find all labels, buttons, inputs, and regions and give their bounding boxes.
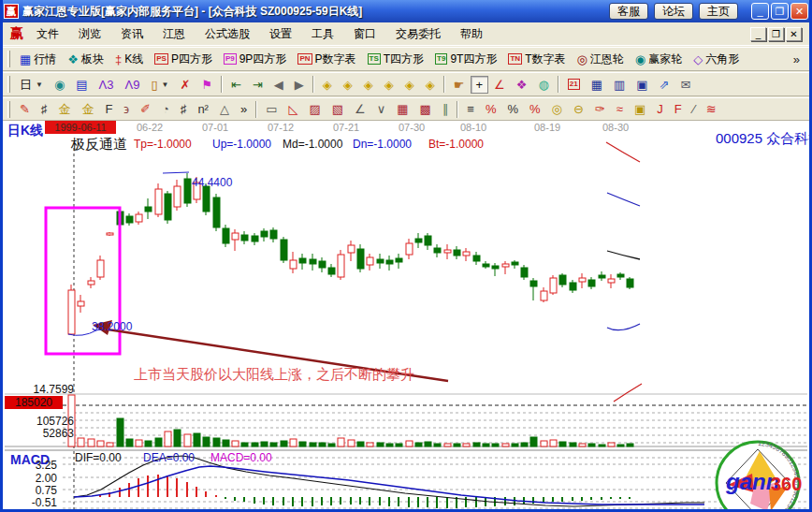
t-number-table-button[interactable]: TNT数字表 [502, 50, 571, 69]
t9-square-button[interactable]: T99T四方形 [429, 50, 502, 69]
doc-restore-button[interactable]: ❐ [768, 27, 784, 41]
p9-square-button[interactable]: P99P四方形 [218, 50, 292, 69]
p-number-table-button[interactable]: PNP数字表 [292, 50, 361, 69]
fan-grid-2-button[interactable]: ▧ [326, 100, 349, 118]
close-button[interactable]: ✕ [790, 3, 808, 20]
save-button[interactable]: ▣ [631, 76, 653, 94]
titlebar-button-home[interactable]: 主页 [699, 3, 738, 20]
cycle-clock-button[interactable]: ◔ [156, 100, 175, 118]
price-grid-2-button[interactable]: ▩ [414, 100, 437, 118]
f-square-button[interactable]: F [99, 100, 118, 118]
step-9-button[interactable]: Λ9 [119, 76, 145, 94]
menu-item-settings[interactable]: 设置 [269, 26, 292, 42]
period-day-dropdown-button[interactable]: 日▼ [14, 76, 49, 94]
menu-item-window[interactable]: 窗口 [354, 26, 376, 42]
t-square-button[interactable]: TST四方形 [362, 50, 430, 69]
maximize-button[interactable]: ❐ [771, 3, 789, 20]
indicator-name[interactable]: 极反通道 [71, 136, 127, 154]
menu-item-file[interactable]: 文件 [36, 26, 59, 42]
zoom-out-horizontal-button[interactable]: ◈ [317, 76, 338, 94]
cycle-tool-button[interactable]: ◍ [532, 76, 554, 94]
gann-wheel-button[interactable]: ◎江恩轮 [571, 50, 629, 69]
toolbar-overflow-icon[interactable]: » [793, 52, 800, 66]
golden-well-button[interactable]: 金 [52, 100, 76, 118]
hexagon-button[interactable]: ◇六角形 [688, 50, 745, 69]
crosshair-tool-button[interactable]: + [471, 76, 489, 94]
percent-line-button[interactable]: % [480, 100, 502, 118]
golden-box-button[interactable]: ▣ [629, 100, 651, 118]
menu-item-formula-stock-pick[interactable]: 公式选股 [205, 26, 250, 42]
expand-horizontal-button[interactable]: ◈ [358, 76, 379, 94]
parallel-lines-button[interactable]: ∥ [437, 100, 455, 118]
info-list-button[interactable]: ▤ [70, 76, 93, 94]
wave-tool-button[interactable]: ≈ [611, 100, 629, 118]
kline-view-button[interactable]: ‡K线 [109, 50, 149, 69]
golden-line-button[interactable]: ⊖ [568, 100, 589, 118]
sectors-button[interactable]: ❖板块 [62, 50, 109, 69]
flag-chart-button[interactable]: ⚑ [196, 76, 218, 94]
fan-grid-button[interactable]: ▨ [303, 100, 326, 118]
gann-grid-button[interactable]: ♯ [36, 100, 53, 118]
brush-tool-button[interactable]: ✑ [589, 100, 611, 118]
marker-dropdown-button[interactable]: ▯▼ [145, 76, 174, 94]
spiral-button[interactable]: ϶ [118, 100, 135, 118]
figure-draw-button[interactable]: ✐ [135, 100, 156, 118]
doc-minimize-button[interactable]: _ [750, 27, 766, 41]
n-square-button[interactable]: n² [192, 100, 214, 118]
pattern-view-button[interactable]: ◉ [49, 76, 70, 94]
nav-prev-button[interactable]: ◀ [268, 76, 289, 94]
hash-grid-button[interactable]: ♯ [175, 100, 193, 118]
compass-button[interactable]: △ [214, 100, 235, 118]
compress-all-button[interactable]: ◈ [420, 76, 441, 94]
angle-measure-button[interactable]: ∠ [488, 76, 511, 94]
step-3-button[interactable]: Λ3 [94, 76, 120, 94]
fan-lines-button[interactable]: ◺ [283, 100, 303, 118]
period-label[interactable]: 日K线 [7, 123, 43, 139]
menu-item-tools[interactable]: 工具 [312, 26, 334, 42]
zoom-in-horizontal-button[interactable]: ◈ [338, 76, 358, 94]
golden-circle-button[interactable]: ◎ [546, 100, 568, 118]
minimize-button[interactable]: _ [751, 3, 769, 20]
speed-line-button[interactable]: ∕ [688, 100, 701, 118]
nav-last-button[interactable]: ⇥ [247, 76, 268, 94]
gann-mark-button[interactable]: ❖ [511, 76, 533, 94]
calendar-button[interactable]: 21 [562, 77, 586, 92]
j-angle-button[interactable]: J [651, 100, 669, 118]
titlebar-button-forum[interactable]: 论坛 [654, 3, 693, 20]
figure-tool-button[interactable]: ✗ [174, 76, 196, 94]
winner-wheel-button[interactable]: ◉赢家轮 [630, 50, 688, 69]
expand-all-button[interactable]: ◈ [399, 76, 420, 94]
vee-lines-button[interactable]: ∨ [371, 100, 392, 118]
chart-canvas[interactable]: 1234567890123456789012345678901234567890… [3, 121, 809, 512]
menu-item-help[interactable]: 帮助 [460, 26, 483, 42]
speed-line-icon: ∕ [693, 102, 695, 116]
export-button[interactable]: ⇗ [654, 76, 675, 94]
market-quotes-button[interactable]: ▦行情 [14, 50, 62, 69]
notes-button[interactable]: ▥ [608, 76, 631, 94]
calculator-button[interactable]: ▦ [586, 76, 608, 94]
box-tool-button[interactable]: ▭ [260, 100, 283, 118]
f-angle-button[interactable]: F [669, 100, 688, 118]
histogram-tool-button[interactable]: ≡ [461, 100, 480, 118]
pen-tool-button[interactable]: ✎ [14, 100, 36, 118]
stock-code-name[interactable]: 000925 众合科技 [716, 130, 809, 148]
menu-item-trade-entrust[interactable]: 交易委托 [396, 26, 441, 42]
menu-item-browse[interactable]: 浏览 [79, 26, 101, 42]
mail-print-button[interactable]: ✉ [674, 76, 696, 94]
p-square-button[interactable]: PSP四方形 [149, 50, 218, 69]
price-grid-button[interactable]: ▦ [391, 100, 413, 118]
doc-close-button[interactable]: ✕ [786, 27, 802, 41]
percent-button[interactable]: % [501, 100, 524, 118]
hand-tool-button[interactable]: ☛ [448, 76, 471, 94]
percent-under-button[interactable]: % [524, 100, 546, 118]
titlebar-button-support[interactable]: 客服 [609, 3, 648, 20]
angle-lines-button[interactable]: ∠ [349, 100, 371, 118]
menu-item-gann[interactable]: 江恩 [163, 26, 185, 42]
nav-first-button[interactable]: ⇤ [225, 76, 247, 94]
golden-well-2-button[interactable]: 金 [76, 100, 99, 118]
menu-item-news[interactable]: 资讯 [121, 26, 143, 42]
overflow-more-button[interactable]: » [235, 100, 253, 118]
quad-line-button[interactable]: ≋ [701, 100, 722, 118]
nav-next-button[interactable]: ▶ [289, 76, 310, 94]
compress-horizontal-button[interactable]: ◈ [379, 76, 399, 94]
